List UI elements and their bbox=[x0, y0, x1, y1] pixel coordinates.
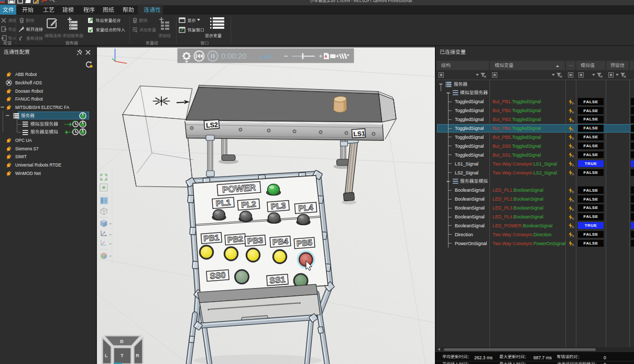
svg-text:x 1.0: x 1.0 bbox=[260, 53, 271, 59]
svg-text:PL2: PL2 bbox=[241, 200, 257, 209]
svg-text:0:00:20: 0:00:20 bbox=[221, 52, 246, 60]
svg-text:R: R bbox=[136, 352, 139, 358]
svg-text:SS0: SS0 bbox=[210, 270, 226, 280]
svg-text:LS1: LS1 bbox=[353, 130, 365, 138]
svg-text:PL1: PL1 bbox=[215, 198, 231, 208]
svg-text:L: L bbox=[105, 352, 108, 358]
svg-text:T: T bbox=[121, 352, 124, 358]
svg-text:PB2: PB2 bbox=[227, 234, 243, 244]
svg-text:PL3: PL3 bbox=[270, 201, 286, 211]
svg-text:PB4: PB4 bbox=[272, 237, 289, 247]
svg-text:B: B bbox=[120, 338, 124, 344]
svg-text:PL4: PL4 bbox=[298, 203, 314, 213]
svg-text:PB3: PB3 bbox=[247, 236, 264, 246]
svg-text:A: A bbox=[325, 54, 327, 58]
svg-text:PB1: PB1 bbox=[203, 233, 220, 243]
svg-text:PB5: PB5 bbox=[296, 238, 313, 248]
svg-text:SS1: SS1 bbox=[269, 275, 286, 285]
svg-text:LS2: LS2 bbox=[206, 121, 218, 129]
